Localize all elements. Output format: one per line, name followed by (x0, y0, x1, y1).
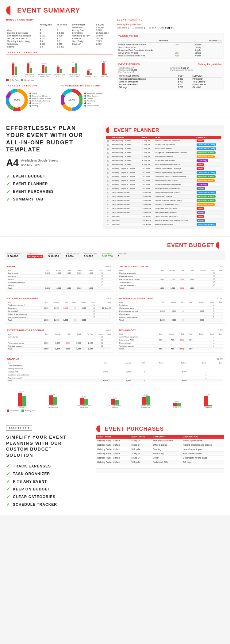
planner-row: ☐ Baby Shower - Adrian 15-Nov-34 Secure … (106, 199, 221, 203)
donut-purchases-label: PURCHASES BY CATEGORY (61, 84, 113, 88)
budget-sections-grid: VENUE 30.8% Item Est. Actual Diff Paid T… (5, 263, 225, 384)
task-row: Book Accommodation for VIPs High Angela (118, 54, 222, 57)
planner-row: ☐ Birthday Party - Michael 3-Sep-04 Send… (106, 147, 221, 151)
bar-chart-section: TASKS BY CATEGORY $2,100 VENUE $3,000 (6, 51, 113, 81)
checkmark-icon: ✓ (6, 173, 10, 179)
planner-row: ☐ Birthday Party - Michael 3-Sep-04 Desi… (106, 151, 221, 155)
section-promo: EFFORTLESSLY PLAN YOUR EVENT WITH OUR AL… (0, 117, 230, 236)
checkmark-icon: ✓ (6, 189, 10, 195)
donut-purchases-wrapper: 16.7% Technical Equipment Office Supplie… (61, 89, 113, 111)
purchases-table: PURCHASES TO PAYCOSTSUPPLIER Printing pr… (118, 74, 222, 89)
purchase-row: Birthday Party - Michael 5-Sep-24 Office… (96, 443, 224, 447)
planner-row: ☐ Birthday Party - Michael 5-Sep-04 Book… (106, 163, 221, 167)
feature-item: ✓FITS ANY EVENT (6, 478, 91, 484)
bar-group-entertainment: $2,000 ENTERTAINMENT& PROGRAM (37, 63, 52, 78)
promo-left: EFFORTLESSLY PLAN YOUR EVENT WITH OUR AL… (6, 125, 98, 204)
budget-summary-bar: EVENT BUDGET $ 50,000 EVENT DATE 06-Sep-… (5, 251, 225, 260)
feature-item: ✓EVENT PLANNER (6, 181, 98, 187)
section-budget: EVENT BUDGET EVENT BUDGET $ 50,000 EVENT… (0, 237, 230, 419)
summary-left: BUDGET SUMMARY Already paid To Be Paid E… (6, 18, 113, 111)
planner-row: ☐ Wedding - Angela & Thomas 10-Oct04 Con… (106, 183, 221, 187)
task-row: Finalize Event Date and Venue Low Angela (118, 43, 222, 46)
checkmark-icon: ✓ (6, 478, 10, 484)
checkmark-icon: ✓ (6, 494, 10, 500)
budget-stat-available: AVAILABLE $ 30,750 (102, 253, 113, 258)
promo-a4: A4 Available in Google Sheets and MS Exc… (6, 157, 98, 169)
bar-group-staffing: $100 STAFFING (98, 61, 112, 78)
planner-row: ☐ Baby Shower - Adrian 15-Nov-34 Develop… (106, 203, 221, 207)
bar-group-venue: $2,100 VENUE (7, 62, 22, 78)
planner-row: ☐ Baby Shower - Adrian 15-Nov-34 Order E… (106, 195, 221, 199)
planner-row: ☐ Wedding - Angela & Thomas 10-Oct04 Arr… (106, 187, 221, 191)
event-planning-panel: EVENT PLANNING Birthday Party - Michael … (117, 18, 224, 30)
planner-row: ☐ Wedding - Angela & Thomas 10-Oct04 Cre… (106, 175, 221, 179)
planner-half-circle (106, 127, 112, 133)
donut-tasks: TASKS BY CATEGORY 44.4% (6, 84, 59, 111)
budget-main-title: EVENT BUDGET (167, 242, 225, 249)
feature-item: ✓TASK ORGANIZER (6, 471, 91, 477)
feature-item: ✓SUMMARY TAB (6, 196, 98, 202)
event-planning-label: EVENT PLANNING (117, 18, 224, 22)
purchase-row: Birthday Party - Michael 5-Sep-24 Decor … (96, 456, 224, 460)
svg-text:44.4%: 44.4% (13, 98, 20, 101)
event-purchases-panel: EVENT PURCHASES Birthday Party - Michael… (117, 62, 224, 90)
purchase-row (96, 464, 224, 469)
bar-group-tech: $100 TECHNOLOGY (82, 69, 97, 78)
planner-row: ☐ New Year 31-Dec-04 Finalize Event Budg… (106, 223, 221, 227)
promo-headline: EFFORTLESSLY PLAN YOUR EVENT WITH OUR AL… (6, 125, 98, 154)
budget-bottom-chart: $5,000 VENUE $3,000 CATERING &BEVERAGES … (5, 388, 225, 414)
summary-right: EVENT PLANNING Birthday Party - Michael … (117, 18, 224, 111)
event-purchases-header: EVENT PURCHASES Birthday Party - Michael (118, 63, 222, 66)
bottom-right: EVENT PURCHASES EVENT NAME EVENT DATE CA… (96, 425, 224, 477)
planner-row: ☐ Birthday Party - Michael 1-Sep-04 Deat… (106, 143, 221, 147)
tasks-to-do-label: TASKS TO DO (118, 35, 222, 38)
planner-row: ☐ New Year 31-Dec-51 Send Out Event Remi… (106, 215, 221, 219)
budget-chart-legend: To Be Paid Already paid (7, 410, 223, 412)
feature-list: ✓EVENT BUDGET ✓EVENT PLANNER ✓EVENT PURC… (6, 173, 98, 202)
checkmark-icon: ✓ (6, 471, 10, 477)
planner-title-text: EVENT PLANNER (114, 128, 159, 133)
tasks-to-do-panel: TASKS TO DO PRIORITY ASSIGNED TO Finaliz… (117, 33, 224, 59)
budget-technology: TECHNOLOGY 3.9% Item Est. Actual Diff Pa… (117, 327, 225, 352)
budget-catering: CATERING & BEVERAGES 18.4% Item Est. Act… (5, 295, 113, 324)
tasks-header: PRIORITY ASSIGNED TO (118, 40, 222, 43)
purchase-row: Birthday Party - Michael 5-Sep-24 Techni… (96, 439, 224, 443)
budget-half-circle (216, 242, 223, 249)
planner-row: ☐ New Year 31-Dec-14 Prepare Speaker Bio… (106, 219, 221, 223)
budget-staffing: STAFFING 12.0% Item Est. Actual Diff Pai… (5, 356, 225, 384)
page-title: EVENT SUMMARY (17, 6, 80, 14)
task-row: Send Out Invitations Christy (118, 46, 222, 49)
purchase-row (96, 473, 224, 477)
purchases-main-title: EVENT PURCHASES (105, 426, 164, 432)
title-normal: EVENT (17, 6, 43, 14)
bar-group-catering: $3,000 CATERING &BEVERAGES (22, 62, 37, 78)
event-planning-stats: Total Tasks 7 Completed 0 To do 7 Date 5… (117, 27, 224, 29)
purchase-meta: Total Purchases 4 Event Date 5-Sep-04 To… (118, 67, 222, 73)
budget-stat-budget: EVENT BUDGET $ 50,000 (7, 253, 22, 258)
bar-chart-label: TASKS BY CATEGORY (6, 51, 113, 55)
bottom-left: EASY TO EDIT SIMPLIFY YOUR EVENT PLANNIN… (6, 425, 91, 509)
donut-tasks-svg: 44.4% (6, 89, 28, 111)
bar-group-marketing: $2,500 MARKETING &ADVERTISING (67, 62, 82, 78)
feature-item: ✓SCHEDULE TRACKER (6, 501, 91, 507)
budget-marketing: MARKETING & ADVERTISING 10.8% Item Est. … (117, 295, 225, 324)
donut-charts-row: TASKS BY CATEGORY 44.4% (6, 84, 113, 111)
checkmark-icon: ✓ (6, 501, 10, 507)
bottom-headline: SIMPLIFY YOUR EVENT PLANNING WITH OUR CU… (6, 434, 91, 458)
easy-badge: EASY TO EDIT (6, 425, 32, 431)
budget-stat-paid: ALREADY PAID $ 3,800 (84, 253, 97, 258)
feature-item: ✓KEEP ON BUDGET (6, 486, 91, 492)
planner-row: ☐ Baby Shower - Adrian 23-Nov-24 Coordin… (106, 207, 221, 211)
feature-item: ✓EVENT BUDGET (6, 173, 98, 179)
planner-row: ☐ Baby Shower - Adrian 15-Nov-34 Diagnos… (106, 191, 221, 195)
feature-item: ✓EVENT PURCHASES (6, 189, 98, 195)
planner-row: ☐ Wedding - Angela & Thomas 10-Oct04 Lau… (106, 167, 221, 171)
checkmark-icon: ✓ (6, 463, 10, 469)
section-bottom: EASY TO EDIT SIMPLIFY YOUR EVENT PLANNIN… (0, 419, 230, 515)
a4-badge: A4 (6, 157, 19, 169)
budget-decorations: DECORATIONS & DECOR 5.4% Item Est. Actua… (117, 263, 225, 292)
purchases-half-circle (96, 425, 103, 432)
event-planning-subtitle: Birthday Party - Michael (117, 23, 224, 25)
half-circle-icon (6, 6, 15, 15)
feature-item: ✓TRACK EXPENSES (6, 463, 91, 469)
